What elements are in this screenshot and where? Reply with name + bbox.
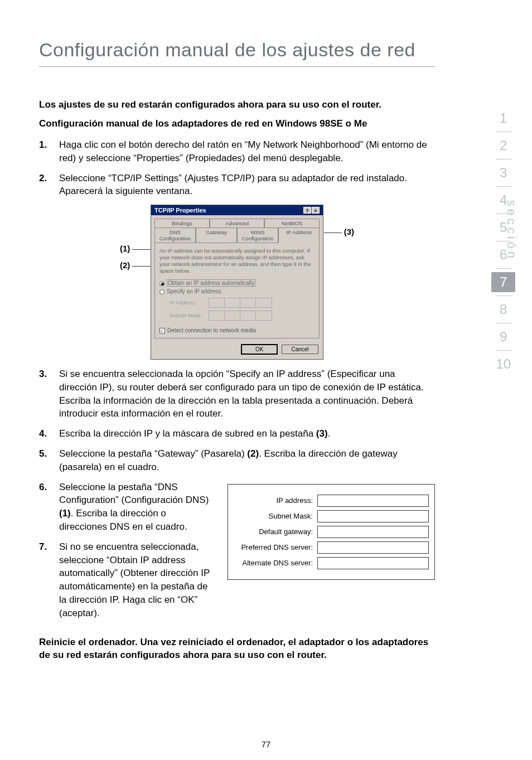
nav-2[interactable]: 2 (491, 132, 515, 159)
callout-2: (2) (120, 260, 130, 270)
radio-label: Specify an IP address: (167, 288, 223, 294)
checkbox-icon: ✓ (159, 328, 165, 333)
nav-7[interactable]: 7 (491, 272, 515, 292)
form-input[interactable] (317, 526, 429, 538)
help-icon[interactable]: ? (303, 207, 311, 214)
form-input[interactable] (317, 495, 429, 507)
tab-row-2: DNS Configuration Gateway WINS Configura… (151, 227, 323, 243)
nav-8[interactable]: 8 (491, 296, 515, 323)
nav-1[interactable]: 1 (491, 105, 515, 132)
callout-3: (3) (344, 227, 354, 236)
section-label: sección (504, 200, 519, 261)
step-3: 3. Si se encuentra seleccionada la opció… (39, 367, 435, 420)
dialog-buttons: OK Cancel (151, 342, 323, 359)
title-rule (39, 66, 435, 67)
ip-info-table: IP address: Subnet Mask: Default gateway… (228, 484, 435, 580)
step-body: Seleccione la pestaña “Gateway” (Pasarel… (59, 447, 435, 474)
tab-advanced[interactable]: Advanced (210, 219, 265, 227)
form-label: Preferred DNS server: (234, 543, 317, 551)
form-label: IP address: (234, 496, 317, 505)
step-num: 1. (39, 138, 59, 165)
step-6: 6. Seleccione la pestaña “DNS Configurat… (39, 481, 213, 534)
form-row-gateway: Default gateway: (234, 526, 429, 538)
callout-1: (1) (120, 244, 130, 253)
dialog-titlebar: TCP/IP Properties ?× (151, 205, 323, 215)
step-body: Seleccione “TCP/IP Settings” (Ajustes TC… (59, 172, 435, 199)
tab-bindings[interactable]: Bindings (154, 219, 210, 227)
intro-bold-1: Los ajustes de su red estarán configurad… (39, 98, 435, 112)
nav-9[interactable]: 9 (491, 323, 515, 350)
form-label: Alternate DNS server: (234, 559, 317, 567)
step-7: 7. Si no se encuentra seleccionada, sele… (39, 540, 213, 620)
radio-dot-icon (159, 281, 165, 286)
step-num: 4. (39, 427, 59, 440)
detect-label: Detect connection to network media (167, 327, 256, 333)
close-icon[interactable]: × (312, 207, 320, 214)
radio-dot-icon (159, 289, 165, 294)
window-buttons: ?× (303, 207, 320, 214)
ip-group: IP Address: Subnet Mask: (170, 298, 315, 321)
nav-3[interactable]: 3 (491, 159, 515, 186)
step-2: 2. Seleccione “TCP/IP Settings” (Ajustes… (39, 172, 435, 199)
detect-check[interactable]: ✓Detect connection to network media (159, 327, 315, 333)
ok-button[interactable]: OK (241, 344, 278, 355)
step-num: 2. (39, 172, 59, 199)
dialog-figure: (1) (2) (3) TCP/IP Properties ?× Binding… (39, 205, 435, 360)
form-label: Default gateway: (234, 527, 317, 536)
step-num: 6. (39, 481, 59, 534)
step-5: 5. Seleccione la pestaña “Gateway” (Pasa… (39, 447, 435, 474)
form-row-dns1: Preferred DNS server: (234, 541, 429, 554)
page-number: 77 (0, 739, 532, 749)
tab-row-1: Bindings Advanced NetBIOS (151, 215, 323, 227)
dialog-pane: An IP address can be automatically assig… (154, 243, 320, 338)
step-body: Haga clic con el botón derecho del ratón… (59, 138, 435, 165)
step-body: Seleccione la pestaña “DNS Configuration… (59, 481, 213, 534)
ip-address-input[interactable] (209, 298, 272, 308)
cancel-button[interactable]: Cancel (282, 345, 318, 354)
tab-wins[interactable]: WINS Configuration (237, 227, 278, 243)
page-title: Configuración manual de los ajustes de r… (39, 39, 435, 61)
step-num: 3. (39, 367, 59, 420)
form-input[interactable] (317, 510, 429, 522)
subnet-mask-input[interactable] (209, 311, 272, 321)
tab-netbios[interactable]: NetBIOS (264, 219, 320, 227)
dialog-title-text: TCP/IP Properties (154, 207, 206, 214)
tcpip-dialog: TCP/IP Properties ?× Bindings Advanced N… (151, 205, 323, 360)
step-4: 4. Escriba la dirección IP y la máscara … (39, 427, 435, 440)
form-row-mask: Subnet Mask: (234, 510, 429, 522)
step-body: Si no se encuentra seleccionada, selecci… (59, 540, 213, 620)
tab-gateway[interactable]: Gateway (196, 227, 237, 243)
step-body: Si se encuentra seleccionada la opción “… (59, 367, 435, 420)
form-input[interactable] (317, 557, 429, 569)
step-num: 5. (39, 447, 59, 474)
dialog-description: An IP address can be automatically assig… (159, 248, 315, 274)
subnet-mask-line: Subnet Mask: (170, 311, 315, 321)
ip-address-line: IP Address: (170, 298, 315, 308)
final-instruction: Reinicie el ordenador. Una vez reiniciad… (39, 636, 435, 662)
ip-address-label: IP Address: (170, 299, 209, 306)
radio-specify[interactable]: Specify an IP address: (159, 288, 315, 294)
form-input[interactable] (317, 541, 429, 554)
step-body: Escriba la dirección IP y la máscara de … (59, 427, 435, 440)
radio-obtain-auto[interactable]: Obtain an IP address automatically (159, 280, 315, 286)
form-label: Subnet Mask: (234, 512, 317, 520)
form-row-dns2: Alternate DNS server: (234, 557, 429, 569)
nav-10[interactable]: 10 (491, 351, 515, 377)
step-1: 1. Haga clic con el botón derecho del ra… (39, 138, 435, 165)
form-row-ip: IP address: (234, 495, 429, 507)
step-num: 7. (39, 540, 59, 620)
intro-bold-2: Configuración manual de los adaptadores … (39, 117, 435, 131)
section-nav: 1 2 3 4 5 6 7 8 9 10 sección (491, 105, 515, 377)
tab-ipaddress[interactable]: IP Address (278, 227, 320, 243)
subnet-mask-label: Subnet Mask: (170, 312, 209, 318)
tab-dns[interactable]: DNS Configuration (154, 227, 196, 243)
radio-label: Obtain an IP address automatically (167, 279, 255, 287)
